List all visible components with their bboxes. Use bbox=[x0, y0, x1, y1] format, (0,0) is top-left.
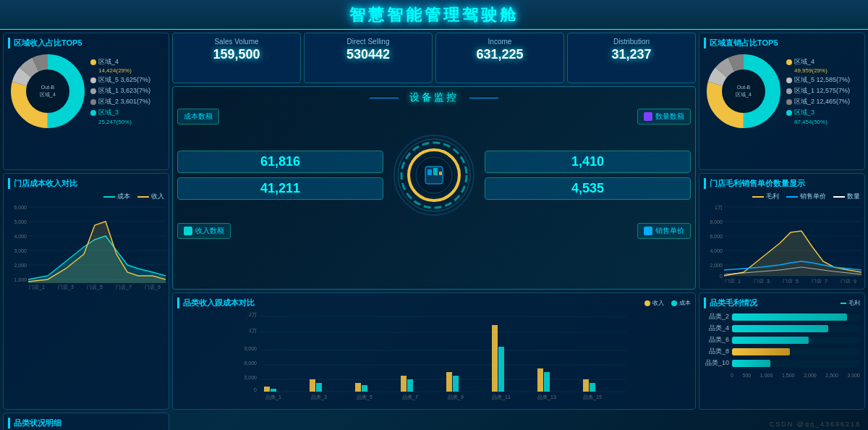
stat-bottom-right: 4,535 bbox=[485, 177, 691, 200]
r-legend-item-region3: 区域_3 bbox=[786, 108, 860, 117]
svg-text:1万: 1万 bbox=[715, 205, 723, 210]
svg-text:2万: 2万 bbox=[249, 312, 257, 317]
legend-cost-bc: 成本 bbox=[671, 299, 691, 307]
svg-text:门店_5: 门店_5 bbox=[87, 284, 103, 290]
svg-text:2,000: 2,000 bbox=[14, 263, 27, 268]
svg-text:4,000: 4,000 bbox=[710, 248, 723, 253]
svg-rect-58 bbox=[446, 372, 452, 392]
right-top-title: 区域直销占比TOP5 bbox=[704, 38, 860, 49]
device-left-stats: 61,816 41,211 bbox=[177, 151, 383, 200]
svg-rect-55 bbox=[362, 385, 367, 392]
quantity-btn[interactable]: 数量数额 bbox=[637, 109, 691, 125]
donut-chart-svg: Out-B 区域_4 bbox=[8, 51, 88, 131]
svg-rect-60 bbox=[492, 325, 498, 392]
right-top-panel: 区域直销占比TOP5 Out-B 区域_4 bbox=[699, 33, 865, 170]
kpi-row: Sales Volume 159,500 Direct Selling 5304… bbox=[172, 33, 696, 83]
legend-cost: 成本 bbox=[103, 192, 130, 201]
svg-text:1,000: 1,000 bbox=[14, 277, 27, 282]
kpi-direct-selling: Direct Selling 530442 bbox=[304, 33, 433, 83]
bottom-center-chart: 2万 1万 9,000 6,000 3,000 0 bbox=[177, 311, 691, 405]
bottom-center-panel: 品类收入跟成本对比 收入 成本 2万 bbox=[172, 292, 696, 410]
kpi-income: Income 631,225 bbox=[435, 33, 564, 83]
left-bottom-panel: 门店成本收入对比 成本 收入 bbox=[3, 173, 169, 410]
device-monitor-panel: 设备监控 成本数额 数量数额 61,816 bbox=[172, 86, 696, 290]
right-mid-panel: 门店毛利销售单价数量显示 毛利 销售单价 数量 bbox=[699, 173, 865, 290]
svg-rect-35 bbox=[427, 169, 432, 175]
main-content: 区域收入占比TOP5 Out-B bbox=[0, 30, 868, 413]
svg-text:门店_1: 门店_1 bbox=[29, 284, 45, 290]
hbar-chart: 品类_2 品类_4 品类_6 bbox=[704, 311, 860, 371]
bottom-center-legend: 收入 成本 bbox=[644, 299, 691, 307]
kpi-sales-volume: Sales Volume 159,500 bbox=[172, 33, 301, 83]
svg-rect-59 bbox=[453, 376, 459, 392]
svg-text:4,000: 4,000 bbox=[14, 234, 27, 239]
legend-item-region4: 区域_4 bbox=[90, 57, 164, 67]
legend-item-region1: 区域_1 3,623(7%) bbox=[90, 86, 164, 96]
legend-profit: 毛利 bbox=[752, 192, 779, 201]
svg-text:1万: 1万 bbox=[249, 328, 257, 333]
kpi-distribution: Distribution 31,237 bbox=[567, 33, 696, 83]
hbar-row-5: 品类_10 bbox=[704, 358, 860, 368]
hbar-row-1: 品类_2 bbox=[704, 312, 860, 321]
svg-text:6,000: 6,000 bbox=[14, 205, 27, 210]
bottom-center-title: 品类收入跟成本对比 bbox=[177, 298, 255, 308]
kpi-dist-label: Distribution bbox=[574, 38, 689, 46]
svg-rect-64 bbox=[583, 379, 589, 392]
stat-top-left: 61,816 bbox=[177, 151, 383, 173]
svg-text:品类_7: 品类_7 bbox=[402, 395, 418, 400]
right-mid-title: 门店毛利销售单价数量显示 bbox=[704, 178, 860, 189]
legend-item-region5: 区域_5 3,625(7%) bbox=[90, 75, 164, 85]
left-chart-legend: 成本 收入 bbox=[8, 192, 164, 201]
svg-text:门店_5: 门店_5 bbox=[783, 279, 799, 283]
cost-btn[interactable]: 成本数额 bbox=[177, 109, 219, 125]
left-top-title: 区域收入占比TOP5 bbox=[8, 38, 164, 49]
svg-text:区域_4: 区域_4 bbox=[736, 92, 752, 98]
svg-text:3,000: 3,000 bbox=[14, 248, 27, 253]
legend-item-region4-val: 14,424(29%) bbox=[98, 67, 164, 74]
legend-income-bc: 收入 bbox=[644, 299, 664, 307]
svg-text:6,000: 6,000 bbox=[244, 361, 257, 366]
left-panel: 区域收入占比TOP5 Out-B bbox=[3, 33, 169, 410]
svg-text:品类_11: 品类_11 bbox=[492, 395, 511, 400]
svg-text:品类_1: 品类_1 bbox=[265, 395, 281, 400]
kpi-sales-label: Sales Volume bbox=[179, 38, 294, 46]
svg-text:品类_3: 品类_3 bbox=[311, 395, 327, 400]
right-bottom-title: 品类毛利情况 bbox=[704, 298, 757, 308]
kpi-direct-label: Direct Selling bbox=[310, 38, 426, 46]
device-center-gauge bbox=[383, 132, 485, 219]
kpi-income-value: 631,225 bbox=[442, 47, 558, 62]
legend-quantity: 数量 bbox=[833, 192, 860, 201]
kpi-income-label: Income bbox=[442, 38, 558, 46]
footer-watermark: CSDN @qq_43696218 bbox=[770, 421, 861, 428]
r-legend-item-region1: 区域_1 12,575(7%) bbox=[786, 86, 860, 96]
svg-rect-63 bbox=[544, 372, 550, 392]
right-top-legend: 区域_4 49,959(29%) 区域_5 12,585(7%) 区域_1 12… bbox=[786, 57, 860, 125]
svg-rect-50 bbox=[264, 387, 270, 392]
svg-text:2,000: 2,000 bbox=[710, 263, 723, 268]
svg-rect-61 bbox=[498, 347, 504, 392]
legend-item-region3: 区域_3 bbox=[90, 108, 164, 117]
svg-rect-53 bbox=[316, 383, 322, 392]
kpi-direct-value: 530442 bbox=[310, 47, 426, 62]
svg-rect-56 bbox=[401, 376, 407, 392]
donut-chart-area: Out-B 区域_4 区域_4 14,424(29%) 区域_5 3,625(7… bbox=[8, 51, 164, 131]
svg-point-80 bbox=[722, 69, 765, 113]
page-title: 智慧智能管理驾驶舱 bbox=[0, 4, 868, 26]
svg-text:Out-B: Out-B bbox=[737, 85, 751, 90]
svg-rect-36 bbox=[433, 168, 438, 175]
header: 智慧智能管理驾驶舱 bbox=[0, 0, 868, 30]
svg-text:品类_15: 品类_15 bbox=[583, 395, 602, 400]
price-btn[interactable]: 销售单价 bbox=[637, 223, 691, 239]
svg-text:0: 0 bbox=[254, 387, 257, 392]
svg-text:门店_9: 门店_9 bbox=[145, 284, 161, 290]
svg-rect-54 bbox=[355, 383, 361, 392]
svg-marker-95 bbox=[724, 231, 861, 276]
svg-rect-52 bbox=[310, 379, 315, 392]
income-btn[interactable]: 收入数额 bbox=[177, 223, 231, 239]
r-legend-item-region2: 区域_2 12,465(7%) bbox=[786, 97, 860, 106]
svg-text:门店_3: 门店_3 bbox=[58, 284, 74, 290]
r-legend-item-region4: 区域_4 bbox=[786, 57, 860, 67]
stat-top-right: 1,410 bbox=[485, 151, 691, 173]
kpi-sales-value: 159,500 bbox=[179, 47, 294, 62]
svg-text:8,000: 8,000 bbox=[710, 219, 723, 224]
